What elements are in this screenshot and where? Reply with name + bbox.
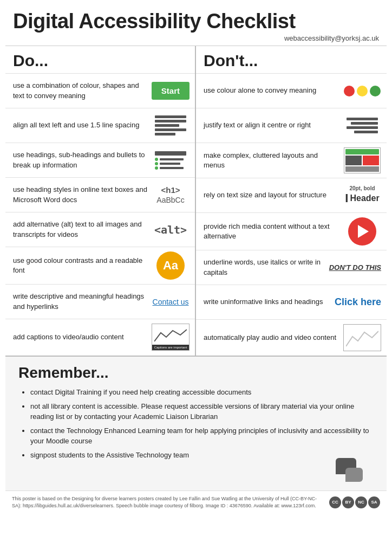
- dont-do-this-icon: DON'T DO THIS: [329, 263, 381, 272]
- do-item-4: use heading styles in online text boxes …: [5, 177, 195, 212]
- do-icon-8: Captions are important: [152, 324, 190, 351]
- dont-item-7: write uninformative links and headings C…: [196, 285, 387, 319]
- dont-text-4: rely on text size and layout for structu…: [204, 190, 343, 200]
- do-icon-3: [152, 151, 190, 170]
- right-align-lines-icon: [347, 118, 378, 133]
- dont-icon-3: [343, 147, 381, 173]
- footer-text: This poster is based on the Designing fo…: [12, 495, 323, 509]
- dont-text-8: automatically play audio and video conte…: [204, 333, 343, 343]
- alt-tag-icon: <alt>: [154, 223, 187, 236]
- dont-item-5: provide rich media content without a tex…: [196, 212, 387, 250]
- email-address: webaccessibility@yorksj.ac.uk: [13, 34, 379, 42]
- aa-circle-icon: Aa: [156, 251, 185, 280]
- dont-icon-6: DON'T DO THIS: [329, 263, 381, 272]
- do-icon-5: <alt>: [152, 223, 190, 236]
- by-icon: BY: [342, 496, 354, 508]
- dont-item-8: automatically play audio and video conte…: [196, 319, 387, 356]
- do-icon-6: Aa: [152, 251, 190, 280]
- dont-text-5: provide rich media content without a tex…: [204, 222, 343, 241]
- contact-us-link-icon[interactable]: Contact us: [153, 298, 189, 306]
- h1-tag-icon: <h1> AaBbCc: [156, 185, 184, 205]
- do-text-6: use good colour contrasts and a readable…: [13, 256, 152, 275]
- main-grid: Do... use a combination of colour, shape…: [5, 46, 387, 356]
- dont-item-2: justify text or align it centre or right: [196, 108, 387, 143]
- do-text-7: write descriptive and meaningful heading…: [13, 292, 152, 311]
- do-item-8: add captions to video/audio content Capt…: [5, 319, 195, 355]
- do-item-3: use headings, sub-headings and bullets t…: [5, 143, 195, 177]
- dont-icon-1: [343, 86, 381, 96]
- dont-heading: Don't...: [196, 46, 387, 73]
- do-text-3: use headings, sub-headings and bullets t…: [13, 150, 152, 170]
- text-size-icon: 20pt, bold I Header: [345, 185, 379, 205]
- dont-icon-8: [343, 324, 381, 351]
- remember-section: Remember... contact Digital Training if …: [5, 356, 387, 491]
- start-button-icon: Start: [152, 82, 190, 100]
- chat-icon-area: [18, 458, 374, 485]
- do-item-6: use good colour contrasts and a readable…: [5, 247, 195, 284]
- dont-text-6: underline words, use italics or write in…: [204, 257, 329, 277]
- dont-text-3: make complex, cluttered layouts and menu…: [204, 151, 343, 170]
- left-align-lines-icon: [155, 115, 186, 135]
- dont-icon-4: 20pt, bold I Header: [343, 185, 381, 205]
- do-text-5: add alternative (alt) text to all images…: [13, 220, 152, 239]
- dont-icon-5: [343, 217, 381, 246]
- cc-license-badge: CC BY NC SA: [329, 496, 380, 508]
- do-text-4: use heading styles in online text boxes …: [13, 185, 152, 204]
- dont-icon-7: Click here: [335, 296, 381, 308]
- dont-item-3: make complex, cluttered layouts and menu…: [196, 143, 387, 178]
- do-item-5: add alternative (alt) text to all images…: [5, 212, 195, 247]
- page-title: Digital Accessibility Checklist: [13, 10, 379, 33]
- footer: This poster is based on the Designing fo…: [5, 491, 387, 513]
- dont-item-4: rely on text size and layout for structu…: [196, 178, 387, 212]
- list-item: not all library content is accessible. P…: [30, 401, 374, 422]
- dont-text-2: justify text or align it centre or right: [204, 120, 343, 130]
- do-text-2: align all text left and use 1.5 line spa…: [13, 120, 152, 130]
- do-text-1: use a combination of colour, shapes and …: [13, 81, 152, 100]
- click-here-icon: Click here: [335, 296, 381, 308]
- dont-icon-2: [343, 118, 381, 133]
- complex-layout-icon: [344, 147, 381, 173]
- list-item: contact the Technology Enhanced Learning…: [30, 425, 374, 447]
- do-heading: Do...: [5, 46, 195, 73]
- do-icon-4: <h1> AaBbCc: [152, 185, 190, 205]
- dont-text-1: use colour alone to convey meaning: [204, 86, 343, 95]
- list-item: contact Digital Training if you need hel…: [30, 387, 374, 398]
- dont-text-7: write uninformative links and headings: [204, 297, 335, 307]
- do-item-1: use a combination of colour, shapes and …: [5, 73, 195, 108]
- do-text-8: add captions to video/audio content: [13, 332, 152, 342]
- play-button-icon: [348, 217, 376, 246]
- page: Digital Accessibility Checklist webacces…: [0, 0, 392, 555]
- video-placeholder-icon: [343, 324, 381, 351]
- do-item-2: align all text left and use 1.5 line spa…: [5, 108, 195, 143]
- dont-item-1: use colour alone to convey meaning: [196, 73, 387, 108]
- heading-bullets-icon: [155, 151, 186, 170]
- dont-item-6: underline words, use italics or write in…: [196, 250, 387, 285]
- chat-bubbles-icon: [336, 458, 368, 485]
- remember-heading: Remember...: [18, 364, 374, 382]
- header: Digital Accessibility Checklist webacces…: [0, 0, 392, 46]
- do-icon-7: Contact us: [152, 298, 190, 306]
- cc-icon: CC: [329, 496, 341, 508]
- do-icon-1: Start: [152, 82, 190, 100]
- remember-list: contact Digital Training if you need hel…: [18, 387, 374, 460]
- caption-image-icon: Captions are important: [152, 324, 190, 351]
- sa-icon: SA: [368, 496, 380, 508]
- do-icon-2: [152, 115, 190, 135]
- dont-column: Don't... use colour alone to convey mean…: [196, 46, 387, 356]
- do-item-7: write descriptive and meaningful heading…: [5, 284, 195, 319]
- do-column: Do... use a combination of colour, shape…: [5, 46, 196, 356]
- nc-icon: NC: [355, 496, 367, 508]
- traffic-lights-icon: [344, 86, 381, 96]
